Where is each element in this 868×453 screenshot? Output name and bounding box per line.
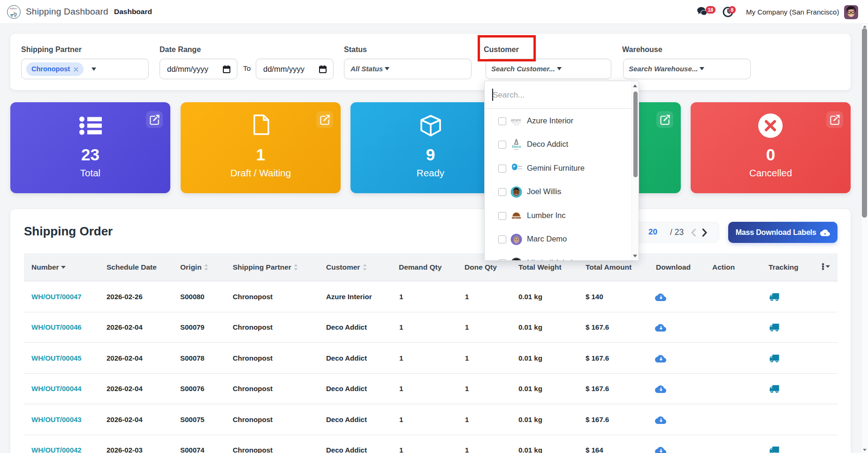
svg-text:LUMBER INC: LUMBER INC [512,217,520,219]
svg-text:Deco: Deco [512,144,521,149]
svg-text:interior: interior [514,124,519,126]
svg-text:addict: addict [514,149,519,151]
svg-text:azure: azure [511,118,521,122]
svg-text:furniture: furniture [518,167,522,170]
